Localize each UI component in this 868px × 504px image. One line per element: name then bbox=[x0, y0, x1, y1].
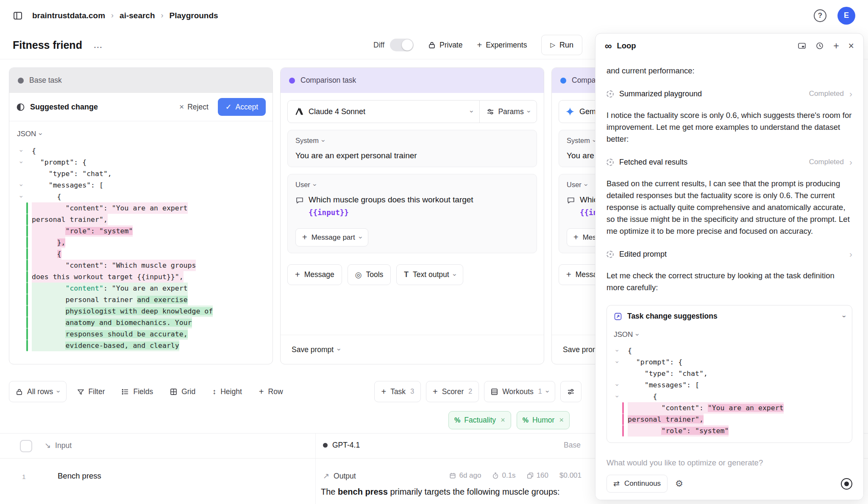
grid-button[interactable]: Grid bbox=[164, 381, 202, 402]
filter-button[interactable]: Filter bbox=[71, 381, 111, 402]
suggestion-json-code[interactable]: ›{› "prompt": { "type": "chat",› "messag… bbox=[612, 345, 847, 437]
breadcrumb-org[interactable]: braintrustdata.com bbox=[32, 11, 105, 20]
chevron-down-icon: › bbox=[544, 390, 551, 392]
breadcrumb-section[interactable]: Playgrounds bbox=[170, 11, 218, 20]
step-spinner-icon bbox=[606, 159, 614, 166]
experiments-button[interactable]: + Experiments bbox=[477, 40, 527, 50]
toggle-knob bbox=[402, 39, 413, 50]
height-button[interactable]: ↕ Height bbox=[206, 381, 248, 402]
record-button[interactable] bbox=[841, 478, 852, 490]
remove-scorer-icon[interactable]: × bbox=[501, 416, 505, 425]
model-column-header[interactable]: GPT-4.1 bbox=[323, 441, 360, 450]
loop-step-fetched[interactable]: Fetched eval results Completed › bbox=[606, 157, 852, 167]
chevron-right-icon: › bbox=[111, 11, 114, 20]
row-input-value[interactable]: Bench press bbox=[58, 471, 101, 481]
input-column-header[interactable]: ↘ Input bbox=[45, 441, 72, 450]
add-task-button[interactable]: + Task 3 bbox=[374, 381, 421, 402]
gear-icon[interactable]: ⚙ bbox=[675, 479, 683, 489]
assistant-text: and current performance: bbox=[606, 65, 852, 77]
remove-scorer-icon[interactable]: × bbox=[559, 416, 564, 425]
scorer-chip-humor[interactable]: % Humor × bbox=[517, 411, 570, 429]
continuous-mode-button[interactable]: ⇄ Continuous bbox=[606, 475, 668, 493]
grid-icon bbox=[170, 388, 177, 395]
reject-button[interactable]: × Reject bbox=[175, 99, 213, 115]
chevron-down-icon: › bbox=[634, 333, 641, 336]
system-message-text[interactable]: You are an expert personal trainer bbox=[295, 151, 529, 160]
play-icon: ▷ bbox=[550, 41, 555, 49]
comparison-task-title: Comparison task bbox=[300, 76, 356, 85]
sidebar-toggle-icon[interactable] bbox=[13, 11, 23, 21]
diff-toggle[interactable] bbox=[390, 39, 414, 51]
user-message-text[interactable]: Which muscle groups does this workout ta… bbox=[295, 195, 529, 217]
chevron-down-icon: › bbox=[55, 390, 62, 392]
assistant-text: Let me check the correct structure by lo… bbox=[606, 270, 852, 294]
breadcrumb-project[interactable]: ai-search bbox=[120, 11, 155, 20]
loop-panel: ∞ Loop + × and current performance: Summ… bbox=[595, 33, 864, 500]
avatar[interactable]: E bbox=[837, 7, 855, 25]
prompt-code-editor[interactable]: JSON › ›{› "prompt": { "type": "chat",› … bbox=[9, 121, 273, 364]
check-icon: ✓ bbox=[225, 103, 232, 112]
close-icon[interactable]: × bbox=[849, 41, 854, 51]
loop-conversation[interactable]: and current performance: Summarized play… bbox=[606, 58, 852, 450]
add-scorer-button[interactable]: + Scorer 2 bbox=[426, 381, 479, 402]
scorer-chip-factuality[interactable]: % Factuality × bbox=[448, 411, 511, 429]
add-row-button[interactable]: + Row bbox=[253, 381, 289, 402]
task-change-suggestions-card: Task change suggestions › JSON › ›{› "pr… bbox=[606, 305, 852, 443]
run-button[interactable]: ▷ Run bbox=[541, 35, 582, 55]
output-cell-header[interactable]: ↗ Output bbox=[323, 471, 356, 481]
dataset-icon bbox=[491, 388, 498, 395]
lock-icon bbox=[428, 41, 436, 49]
tools-button[interactable]: ◎ Tools bbox=[348, 264, 391, 285]
format-selector[interactable]: JSON › bbox=[614, 330, 847, 339]
text-output-button[interactable]: T Text output › bbox=[396, 264, 463, 285]
task-change-suggestions-header[interactable]: Task change suggestions › bbox=[607, 305, 852, 326]
loop-step-summarized[interactable]: Summarized playground Completed › bbox=[606, 89, 852, 99]
grid-settings-button[interactable] bbox=[560, 381, 581, 402]
stopwatch-icon bbox=[492, 472, 499, 479]
system-role-selector[interactable]: System › bbox=[295, 137, 529, 145]
plus-icon: + bbox=[573, 232, 579, 242]
row-index: 1 bbox=[22, 473, 26, 481]
run-label: Run bbox=[559, 41, 573, 50]
add-message-button[interactable]: + Message bbox=[287, 264, 342, 285]
params-button[interactable]: Params › bbox=[479, 101, 537, 123]
base-column-header: Base bbox=[538, 441, 581, 450]
dataset-selector[interactable]: Workouts 1 › bbox=[484, 381, 555, 402]
popout-icon[interactable] bbox=[798, 42, 806, 50]
system-message-card: System › You are an expert personal trai… bbox=[287, 130, 537, 167]
loop-input-area: ⇄ Continuous ⚙ bbox=[595, 450, 863, 500]
json-diff-code[interactable]: ›{› "prompt": { "type": "chat",› "messag… bbox=[16, 145, 267, 351]
chevron-down-icon: › bbox=[320, 140, 327, 142]
new-chat-icon[interactable]: + bbox=[833, 41, 839, 51]
chevron-down-icon: › bbox=[468, 110, 475, 112]
user-role-selector[interactable]: User › bbox=[295, 181, 529, 189]
chevron-down-icon: › bbox=[583, 184, 590, 186]
fields-button[interactable]: Fields bbox=[115, 381, 159, 402]
message-part-button[interactable]: + Message part › bbox=[295, 228, 368, 246]
model-selector[interactable]: Claude 4 Sonnet › bbox=[288, 101, 479, 123]
all-rows-selector[interactable]: All rows › bbox=[9, 381, 67, 402]
loop-prompt-input[interactable] bbox=[606, 458, 852, 468]
more-menu-icon[interactable]: … bbox=[93, 39, 103, 50]
percent-icon: % bbox=[523, 417, 529, 424]
percent-icon: % bbox=[454, 417, 460, 424]
private-button[interactable]: Private bbox=[428, 41, 462, 50]
save-prompt-button[interactable]: Save prompt › bbox=[281, 335, 544, 364]
step-spinner-icon bbox=[606, 90, 614, 98]
accept-button[interactable]: ✓ Accept bbox=[218, 98, 266, 116]
help-icon[interactable]: ? bbox=[814, 9, 826, 22]
chevron-down-icon: › bbox=[37, 133, 44, 135]
chevron-right-icon: › bbox=[849, 157, 852, 167]
format-selector[interactable]: JSON › bbox=[17, 130, 267, 138]
input-variable-token: {{input}} bbox=[309, 208, 349, 217]
history-icon[interactable] bbox=[815, 42, 824, 50]
lock-icon bbox=[16, 388, 23, 395]
select-all-checkbox[interactable] bbox=[20, 440, 32, 452]
dataset-count-badge: 1 bbox=[538, 388, 542, 395]
breadcrumb: braintrustdata.com › ai-search › Playgro… bbox=[32, 11, 218, 20]
chevron-down-icon: › bbox=[840, 315, 847, 317]
loop-step-edited[interactable]: Edited prompt › bbox=[606, 249, 852, 259]
scorer-chips: % Factuality × % Humor × bbox=[448, 411, 570, 429]
age-metadata: 6d ago bbox=[449, 471, 481, 480]
output-preview-text[interactable]: The bench press primarily targets the fo… bbox=[321, 486, 565, 498]
